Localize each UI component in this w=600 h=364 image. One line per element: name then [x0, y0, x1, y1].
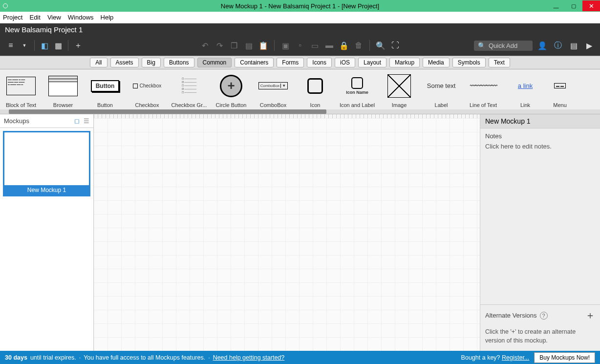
notes-text[interactable]: Click here to edit notes. [480, 141, 600, 152]
ungroup-icon[interactable]: ▫ [294, 40, 306, 51]
lib-button[interactable]: ButtonButton [84, 69, 126, 114]
paste-icon[interactable]: ▤ [243, 40, 255, 51]
divider [369, 40, 370, 51]
lock-icon[interactable]: 🔒 [338, 40, 350, 51]
library-scrollbar[interactable] [0, 109, 600, 114]
panel-view-icon[interactable]: ◻ [74, 117, 80, 125]
menu-help[interactable]: Help [101, 14, 114, 21]
trash-icon[interactable]: 🗑 [353, 40, 364, 51]
window-close-button[interactable]: ✕ [582, 0, 600, 11]
cat-forms[interactable]: Forms [277, 58, 304, 67]
notes-header: Notes [480, 128, 600, 141]
user-icon[interactable]: 👤 [536, 40, 548, 51]
project-bar: New Balsamiq Project 1 [0, 23, 600, 35]
window-titlebar: New Mockup 1 - New Balsamiq Project 1 - … [0, 0, 600, 12]
redo-icon[interactable]: ↷ [214, 40, 225, 51]
help-icon[interactable]: ? [540, 312, 548, 320]
register-link[interactable]: Register... [502, 354, 529, 361]
cat-icons[interactable]: Icons [307, 58, 332, 67]
divider [68, 40, 68, 51]
help-link[interactable]: Need help getting started? [213, 354, 285, 361]
back-icon[interactable]: ▬ [323, 40, 335, 51]
mockups-panel: Mockups ◻ ☰ New Mockup 1 [0, 114, 94, 351]
cat-big[interactable]: Big [142, 58, 161, 67]
menu-edit[interactable]: Edit [29, 14, 40, 21]
lib-label[interactable]: Some textLabel [420, 69, 462, 114]
menu-bar: Project Edit View Windows Help [0, 12, 600, 23]
window-title: New Mockup 1 - New Balsamiq Project 1 - … [221, 2, 379, 10]
cat-ios[interactable]: iOS [335, 58, 355, 67]
lib-checkbox-group[interactable]: ☐ —————☑ —————☐ —————☑ —————☐ —————Check… [168, 69, 210, 114]
quick-add-search[interactable]: 🔍 Quick Add [474, 41, 533, 51]
cat-buttons[interactable]: Buttons [164, 58, 194, 67]
panel-layout-1-icon[interactable]: ◧ [39, 40, 50, 51]
fit-icon[interactable]: ⛶ [389, 40, 401, 51]
undo-icon[interactable]: ↶ [199, 40, 211, 51]
trial-msg1: until trial expires. [30, 354, 76, 361]
mockups-panel-title: Mockups [4, 117, 29, 125]
lib-circle-button[interactable]: +Circle Button [210, 69, 252, 114]
buy-button[interactable]: Buy Mockups Now! [534, 352, 595, 363]
window-maximize-button[interactable]: ▢ [565, 0, 582, 11]
cat-common[interactable]: Common [197, 58, 232, 67]
lib-menu[interactable]: ▬ ▬Menu [546, 69, 574, 114]
menu-windows[interactable]: Windows [68, 14, 94, 21]
lib-line-of-text[interactable]: 〰〰〰〰〰Line of Text [462, 69, 504, 114]
category-tabs: All Assets Big Buttons Common Containers… [0, 56, 600, 69]
add-alternate-icon[interactable]: ＋ [585, 309, 595, 322]
alternate-versions-text: Click the '+' to create an alternate ver… [480, 326, 600, 351]
copy-icon[interactable]: ❐ [228, 40, 240, 51]
cat-markup[interactable]: Markup [389, 58, 420, 67]
quick-add-placeholder: Quick Add [489, 42, 517, 49]
cat-symbols[interactable]: Symbols [452, 58, 486, 67]
info-icon[interactable]: ⓘ [552, 40, 564, 51]
clipboard-icon[interactable]: 📋 [257, 40, 269, 51]
canvas-area[interactable]: New Mockup 1 Notes Click here to edit no… [94, 114, 600, 351]
front-icon[interactable]: ▭ [309, 40, 321, 51]
zoom-icon[interactable]: 🔍 [375, 40, 386, 51]
menu-view[interactable]: View [47, 14, 61, 21]
cat-all[interactable]: All [90, 58, 107, 67]
play-icon[interactable]: ▶ [583, 40, 595, 51]
lib-combobox[interactable]: ComboBox▼ComboBox [252, 69, 294, 114]
canvas-grid[interactable] [94, 118, 483, 351]
bought-key-text: Bought a key? [461, 354, 500, 361]
divider [274, 40, 275, 51]
cat-assets[interactable]: Assets [110, 58, 139, 67]
cat-containers[interactable]: Containers [235, 58, 274, 67]
dropdown-icon[interactable]: ▼ [19, 40, 30, 51]
divider [34, 40, 35, 51]
add-icon[interactable]: ＋ [72, 40, 84, 51]
trial-msg2: You have full access to all Mockups feat… [84, 354, 205, 361]
project-name: New Balsamiq Project 1 [5, 25, 83, 34]
group-icon[interactable]: ▣ [279, 40, 291, 51]
menu-icon[interactable]: ≡ [5, 40, 17, 51]
panel-layout-2-icon[interactable]: ▦ [52, 40, 64, 51]
list-icon[interactable]: ▤ [568, 40, 579, 51]
lib-link[interactable]: a linkLink [504, 69, 546, 114]
ui-library: ▬▬ ▬▬▬ ▬ ▬▬▬▬▬ ▬▬ ▬▬▬▬ ▬▬▬ ▬▬ ▬Block of … [0, 69, 600, 114]
trial-days: 30 days [5, 354, 27, 361]
mockup-thumb-name: New Mockup 1 [4, 185, 89, 195]
cat-layout[interactable]: Layout [358, 58, 386, 67]
trial-bar: 30 days until trial expires. · You have … [0, 351, 600, 364]
lib-icon-label[interactable]: Icon NameIcon and Label [336, 69, 378, 114]
lib-browser[interactable]: Browser [42, 69, 84, 114]
main-toolbar: ≡ ▼ ◧ ▦ ＋ ↶ ↷ ❐ ▤ 📋 ▣ ▫ ▭ ▬ 🔒 🗑 🔍 ⛶ 🔍 Qu… [0, 35, 600, 56]
lib-icon[interactable]: Icon [294, 69, 336, 114]
window-minimize-button[interactable] [547, 0, 565, 11]
app-icon [3, 3, 8, 8]
lib-checkbox[interactable]: CheckboxCheckbox [126, 69, 168, 114]
properties-panel: New Mockup 1 Notes Click here to edit no… [480, 114, 600, 351]
lib-image[interactable]: Image [378, 69, 420, 114]
menu-project[interactable]: Project [3, 14, 22, 21]
properties-title: New Mockup 1 [480, 114, 600, 128]
cat-media[interactable]: Media [423, 58, 450, 67]
mockup-thumbnail[interactable]: New Mockup 1 [3, 131, 90, 196]
lib-block-of-text[interactable]: ▬▬ ▬▬▬ ▬ ▬▬▬▬▬ ▬▬ ▬▬▬▬ ▬▬▬ ▬▬ ▬Block of … [0, 69, 42, 114]
alternate-versions-header: Alternate Versions [485, 312, 537, 319]
search-icon: 🔍 [478, 42, 486, 49]
panel-list-icon[interactable]: ☰ [84, 117, 89, 125]
cat-text[interactable]: Text [489, 58, 510, 67]
